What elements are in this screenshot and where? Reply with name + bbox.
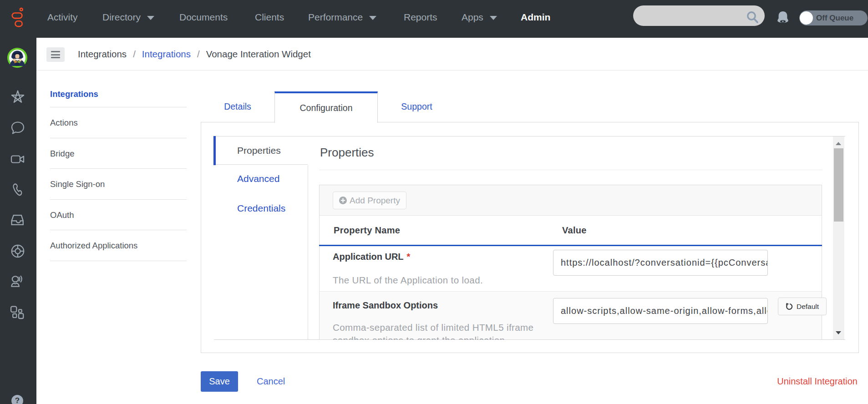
chevron-down-icon [490, 16, 497, 20]
heading-rule [319, 170, 822, 170]
nav-clients[interactable]: Clients [255, 0, 284, 34]
notifications-bell-icon[interactable] [777, 10, 789, 25]
hamburger-bar [51, 57, 60, 58]
hamburger-bar [51, 54, 60, 56]
lifebuoy-icon[interactable] [10, 243, 25, 259]
property-desc-iframe-line2: sandbox options to grant the application… [333, 335, 606, 340]
search-icon[interactable] [745, 10, 761, 25]
chevron-down-icon [147, 16, 154, 20]
tab-details[interactable]: Details [201, 91, 274, 122]
plus-circle-icon [339, 197, 347, 204]
property-name-application-url: Application URL* [333, 252, 410, 262]
column-header-value: Value [562, 216, 587, 245]
scrollbar[interactable] [833, 136, 844, 339]
nav-activity[interactable]: Activity [47, 0, 78, 34]
queue-status-toggle[interactable]: Off Queue [799, 10, 868, 25]
toggle-label: Off Queue [816, 10, 853, 25]
side-nav-item-authorized-applications[interactable]: Authorized Applications [50, 230, 187, 261]
top-nav-bar: Activity Directory Documents Clients Per… [0, 0, 868, 38]
side-nav-item-actions[interactable]: Actions [50, 107, 187, 138]
side-nav-item-bridge[interactable]: Bridge [50, 138, 187, 169]
nav-item-label: Clients [255, 12, 284, 23]
chat-icon[interactable] [10, 120, 25, 136]
subtab-credentials[interactable]: Credentials [237, 203, 305, 217]
tab-configuration[interactable]: Configuration [274, 91, 378, 123]
property-desc-iframe-line2-text: sandbox options to grant the application… [333, 335, 606, 340]
scrollbar-thumb[interactable] [834, 148, 843, 222]
sidebar: ? [0, 38, 36, 404]
hamburger-bar [51, 51, 60, 52]
add-property-strip: Add Property [320, 185, 822, 216]
active-subtab-indicator [213, 136, 216, 165]
table-header-underline [319, 245, 822, 246]
property-desc-application-url: The URL of the Application to load. [333, 275, 483, 286]
phone-icon[interactable] [10, 182, 25, 197]
subtab-advanced[interactable]: Advanced [237, 173, 305, 187]
nav-reports[interactable]: Reports [404, 0, 437, 34]
breadcrumb-integrations-link[interactable]: Integrations [142, 49, 191, 60]
nav-item-label: Apps [462, 12, 483, 23]
add-property-button[interactable]: Add Property [333, 192, 406, 209]
subtab-column-border [308, 165, 308, 339]
uninstall-integration-link[interactable]: Uninstall Integration [777, 371, 858, 392]
tab-support[interactable]: Support [378, 91, 456, 122]
subtab-label: Properties [237, 136, 281, 165]
breadcrumb-current-page: Vonage Interation Widget [206, 49, 311, 60]
application-url-input[interactable]: https://localhost/?conversationid={{pcCo… [553, 250, 768, 276]
property-name-text: Application URL [333, 252, 404, 262]
required-asterisk: * [407, 252, 411, 262]
configuration-panel: Properties Advanced Credentials Properti… [201, 122, 859, 353]
iframe-sandbox-input[interactable]: allow-scripts,allow-same-origin,allow-fo… [553, 298, 768, 324]
help-icon[interactable]: ? [11, 395, 23, 404]
avatar-image [9, 50, 25, 66]
agent-speaking-icon[interactable] [10, 274, 25, 290]
side-nav-item-oauth[interactable]: OAuth [50, 200, 187, 231]
nav-item-label: Documents [179, 12, 228, 23]
avatar[interactable] [7, 48, 27, 68]
property-name-iframe-sandbox: Iframe Sandbox Options [333, 300, 438, 311]
nav-item-label: Reports [404, 12, 437, 23]
nav-item-label: Performance [308, 12, 363, 23]
subtab-properties[interactable]: Properties [214, 136, 308, 165]
page-title: Properties [320, 146, 374, 159]
scrollbar-down-arrow[interactable] [836, 331, 841, 334]
side-nav-heading[interactable]: Integrations [50, 84, 187, 107]
nav-item-label: Activity [47, 12, 78, 23]
toggle-knob[interactable] [800, 11, 813, 25]
nav-admin[interactable]: Admin [521, 0, 550, 34]
nav-item-label: Admin [521, 12, 550, 23]
side-nav-item-single-sign-on[interactable]: Single Sign-on [50, 169, 187, 200]
video-icon[interactable] [10, 152, 25, 167]
breadcrumb: Integrations / Integrations / Vonage Int… [78, 38, 311, 70]
integrations-side-nav: Integrations Actions Bridge Single Sign-… [50, 84, 187, 261]
column-header-property-name: Property Name [334, 216, 400, 245]
nav-directory[interactable]: Directory [102, 0, 154, 34]
apps-grid-icon[interactable] [10, 305, 25, 321]
scrollbar-up-arrow[interactable] [836, 142, 841, 145]
cancel-button[interactable]: Cancel [257, 371, 285, 392]
scroll-area-top-border [214, 136, 845, 136]
undo-icon [786, 303, 793, 310]
nav-apps[interactable]: Apps [462, 0, 497, 34]
property-desc-iframe-line1: Comma-separated list of limited HTML5 if… [333, 322, 533, 333]
breadcrumb-separator: / [127, 49, 142, 60]
inbox-icon[interactable] [10, 212, 25, 228]
favorites-star-icon[interactable] [10, 89, 25, 104]
detail-tabs: Details Configuration Support [201, 91, 456, 123]
add-property-label: Add Property [350, 196, 400, 206]
nav-documents[interactable]: Documents [179, 0, 228, 34]
default-button[interactable]: Default [778, 298, 827, 315]
nav-performance[interactable]: Performance [308, 0, 376, 34]
save-button[interactable]: Save [201, 371, 238, 392]
breadcrumb-bar: Integrations / Integrations / Vonage Int… [36, 38, 868, 71]
default-button-label: Default [797, 303, 819, 311]
breadcrumb-integrations: Integrations [78, 49, 127, 60]
breadcrumb-separator: / [191, 49, 206, 60]
nav-item-label: Directory [102, 12, 141, 23]
chevron-down-icon [369, 16, 376, 20]
menu-hamburger-button[interactable] [46, 47, 65, 62]
